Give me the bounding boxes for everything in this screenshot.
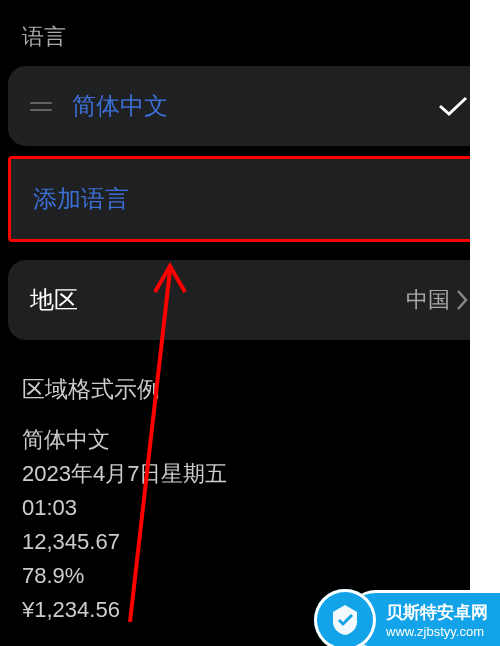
add-language-button[interactable]: 添加语言	[8, 156, 492, 242]
language-item-simplified-chinese[interactable]: 简体中文	[8, 66, 492, 146]
region-row[interactable]: 地区 中国	[8, 260, 492, 340]
region-format-example-title: 区域格式示例	[22, 374, 478, 405]
checkmark-icon	[436, 94, 470, 118]
region-value: 中国	[406, 285, 450, 315]
white-right-margin	[470, 0, 500, 646]
region-format-example: 区域格式示例 简体中文 2023年4月7日星期五 01:03 12,345.67…	[8, 350, 492, 628]
drag-handle-icon[interactable]	[30, 102, 52, 111]
add-language-label: 添加语言	[33, 183, 129, 215]
watermark-badge: 贝斯特安卓网 www.zjbstyy.com	[314, 589, 500, 646]
format-locale-name: 简体中文	[22, 423, 478, 457]
language-item-label: 简体中文	[72, 90, 168, 122]
chevron-right-icon	[454, 287, 470, 313]
format-time: 01:03	[22, 491, 478, 525]
region-label: 地区	[30, 284, 78, 316]
format-number: 12,345.67	[22, 525, 478, 559]
settings-page: 语言 简体中文 添加语言 地区 中国 区域格式示例 简体中文 2023年4月7日…	[0, 0, 500, 628]
watermark-line1: 贝斯特安卓网	[386, 601, 488, 624]
section-title-language: 语言	[8, 0, 492, 66]
format-date: 2023年4月7日星期五	[22, 457, 478, 491]
watermark-logo-icon	[314, 589, 376, 646]
region-value-wrap: 中国	[406, 285, 470, 315]
language-item-left: 简体中文	[30, 90, 168, 122]
watermark-line2: www.zjbstyy.com	[386, 624, 488, 639]
